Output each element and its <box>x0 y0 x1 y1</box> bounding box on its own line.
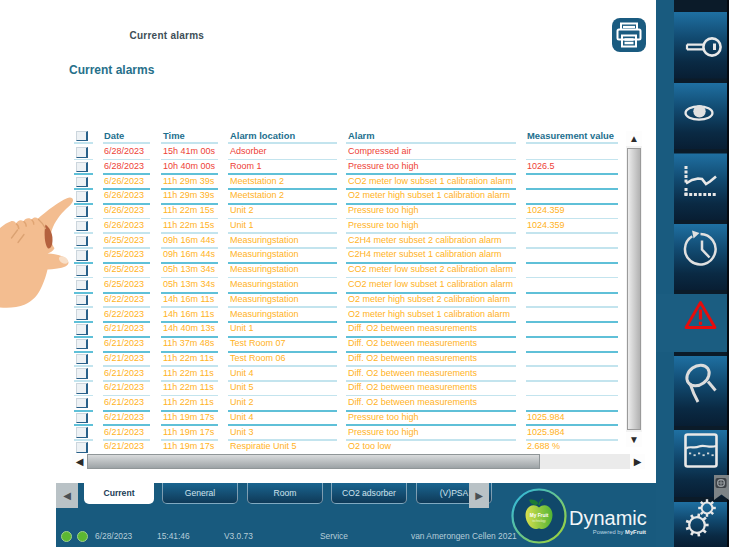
svg-text:technology: technology <box>532 519 546 523</box>
svg-text:Dynamic: Dynamic <box>569 507 647 529</box>
svg-text:Powered by MyFruit: Powered by MyFruit <box>593 529 646 535</box>
svg-text:My Fruit: My Fruit <box>530 513 549 518</box>
